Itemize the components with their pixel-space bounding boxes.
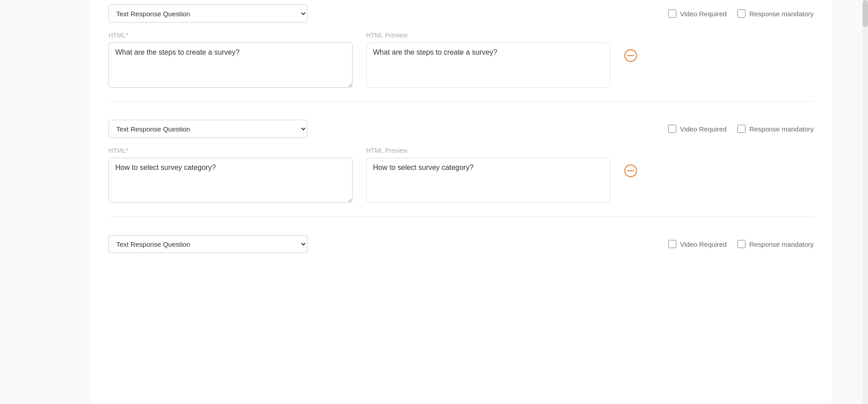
question-block-1: Text Response Question Multiple Choice Q… — [108, 0, 814, 92]
scrollbar-track — [863, 0, 868, 404]
video-required-label-3: Video Required — [680, 240, 726, 248]
scrollbar-thumb[interactable] — [863, 0, 868, 27]
html-textarea-1[interactable]: What are the steps to create a survey? — [108, 42, 353, 88]
video-required-checkbox-1[interactable]: Video Required — [668, 9, 726, 18]
response-mandatory-checkbox-3[interactable]: Response mandatory — [737, 240, 814, 248]
question-top-row-2: Text Response Question Multiple Choice Q… — [108, 120, 814, 138]
fields-row-2: HTML* How to select survey category? HTM… — [108, 147, 814, 203]
video-required-label-2: Video Required — [680, 125, 726, 133]
checkbox-group-2: Video Required Response mandatory — [668, 125, 814, 133]
fields-row-1: HTML* What are the steps to create a sur… — [108, 32, 814, 88]
html-label-1: HTML* — [108, 32, 353, 39]
html-label-2: HTML* — [108, 147, 353, 154]
video-required-checkbox-2[interactable]: Video Required — [668, 125, 726, 133]
question-top-row-3: Text Response Question Multiple Choice Q… — [108, 235, 814, 253]
response-mandatory-checkbox-1[interactable]: Response mandatory — [737, 9, 814, 18]
checkbox-group-1: Video Required Response mandatory — [668, 9, 814, 18]
question-type-select-3[interactable]: Text Response Question Multiple Choice Q… — [108, 235, 307, 253]
response-mandatory-input-3[interactable] — [737, 240, 745, 248]
video-required-input-1[interactable] — [668, 9, 676, 18]
remove-button-2[interactable] — [624, 164, 637, 178]
preview-field-group-2: HTML Preview How to select survey catego… — [366, 147, 610, 203]
divider-1 — [108, 101, 814, 102]
preview-box-1: What are the steps to create a survey? — [366, 42, 610, 88]
question-block-2: Text Response Question Multiple Choice Q… — [108, 111, 814, 207]
response-mandatory-checkbox-2[interactable]: Response mandatory — [737, 125, 814, 133]
question-top-row-1: Text Response Question Multiple Choice Q… — [108, 5, 814, 23]
minus-circle-icon-1 — [624, 49, 637, 62]
question-block-3: Text Response Question Multiple Choice Q… — [108, 226, 814, 267]
preview-box-2: How to select survey category? — [366, 158, 610, 203]
divider-2 — [108, 216, 814, 217]
main-content: Text Response Question Multiple Choice Q… — [90, 0, 832, 404]
response-mandatory-input-2[interactable] — [737, 125, 745, 133]
response-mandatory-label-1: Response mandatory — [749, 10, 814, 18]
question-type-select-2[interactable]: Text Response Question Multiple Choice Q… — [108, 120, 307, 138]
video-required-checkbox-3[interactable]: Video Required — [668, 240, 726, 248]
remove-button-1[interactable] — [624, 49, 637, 62]
checkbox-group-3: Video Required Response mandatory — [668, 240, 814, 248]
page-container: Text Response Question Multiple Choice Q… — [0, 0, 868, 404]
minus-circle-icon-2 — [624, 164, 637, 178]
html-field-group-1: HTML* What are the steps to create a sur… — [108, 32, 353, 88]
html-preview-label-1: HTML Preview — [366, 32, 610, 39]
preview-field-group-1: HTML Preview What are the steps to creat… — [366, 32, 610, 88]
video-required-input-3[interactable] — [668, 240, 676, 248]
html-textarea-2[interactable]: How to select survey category? — [108, 158, 353, 203]
response-mandatory-input-1[interactable] — [737, 9, 745, 18]
video-required-label-1: Video Required — [680, 10, 726, 18]
response-mandatory-label-2: Response mandatory — [749, 125, 814, 133]
html-field-group-2: HTML* How to select survey category? — [108, 147, 353, 203]
response-mandatory-label-3: Response mandatory — [749, 240, 814, 248]
right-margin — [832, 0, 868, 404]
video-required-input-2[interactable] — [668, 125, 676, 133]
question-type-select-1[interactable]: Text Response Question Multiple Choice Q… — [108, 5, 307, 23]
html-preview-label-2: HTML Preview — [366, 147, 610, 154]
left-margin — [0, 0, 90, 404]
